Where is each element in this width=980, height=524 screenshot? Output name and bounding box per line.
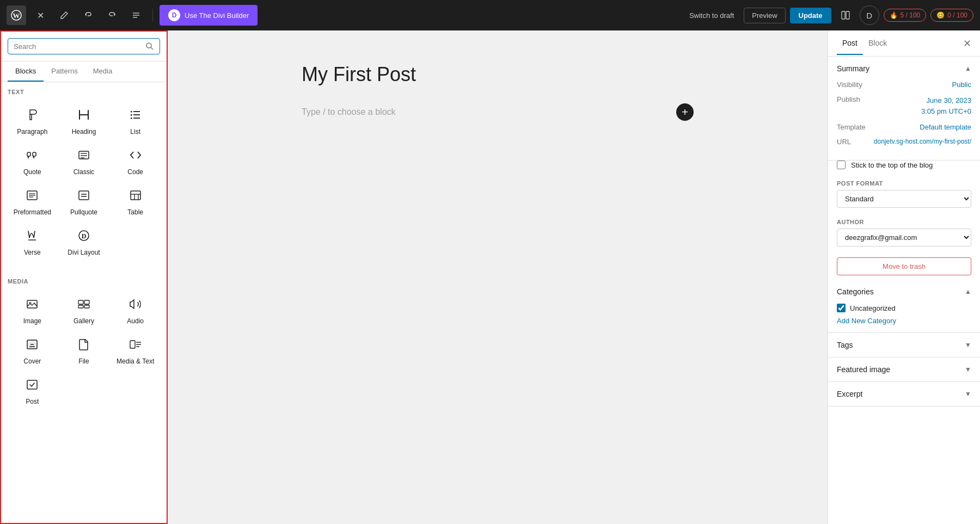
block-code[interactable]: Code <box>111 142 160 180</box>
code-label: Code <box>127 168 143 176</box>
wp-logo: W <box>7 5 26 25</box>
tab-block[interactable]: Block <box>863 32 892 55</box>
summary-title: Summary <box>837 64 869 73</box>
block-table[interactable]: Table <box>111 182 160 220</box>
close-button[interactable]: ✕ <box>30 5 50 25</box>
post-title[interactable]: My First Post <box>302 63 694 86</box>
category-item-uncategorized: Uncategorized <box>837 304 971 312</box>
pullquote-label: Pullquote <box>70 208 97 216</box>
block-classic[interactable]: Classic <box>59 142 109 180</box>
update-button[interactable]: Update <box>790 8 831 23</box>
block-paragraph[interactable]: Paragraph <box>8 102 57 140</box>
block-preformatted[interactable]: Preformatted <box>8 182 57 220</box>
tags-header[interactable]: Tags ▼ <box>828 333 980 357</box>
template-value[interactable]: Default template <box>920 123 971 131</box>
file-label: File <box>78 357 89 365</box>
url-row: URL donjetv.sg-host.com/my-first-post/ <box>837 138 971 146</box>
block-file[interactable]: File <box>59 331 109 369</box>
tab-blocks[interactable]: Blocks <box>8 61 44 82</box>
quote-icon <box>26 149 39 164</box>
tab-post[interactable]: Post <box>837 32 863 55</box>
file-icon <box>77 338 90 353</box>
layout-icon[interactable] <box>836 5 855 25</box>
toolbar-right: Switch to draft Preview Update D 🔥 5 / 1… <box>684 5 973 25</box>
visibility-value[interactable]: Public <box>952 81 971 89</box>
categories-title: Categories <box>837 287 874 296</box>
text-section: TEXT Paragraph Heading <box>1 82 167 272</box>
author-select[interactable]: deezgrafix@gmail.com <box>837 229 971 246</box>
svg-rect-38 <box>84 305 89 308</box>
block-cover[interactable]: Cover <box>8 331 57 369</box>
svg-rect-43 <box>130 341 135 348</box>
categories-header[interactable]: Categories ▲ <box>828 280 980 304</box>
list-label: List <box>130 128 140 135</box>
block-image[interactable]: Image <box>8 291 57 329</box>
tags-section: Tags ▼ <box>828 333 980 357</box>
move-to-trash-button[interactable]: Move to trash <box>837 257 971 275</box>
url-label: URL <box>837 138 851 146</box>
list-view-button[interactable] <box>126 5 146 25</box>
tab-patterns[interactable]: Patterns <box>44 61 85 82</box>
media-section: MEDIA Image Gallery <box>1 272 167 421</box>
block-media-text[interactable]: Media & Text <box>111 331 160 369</box>
add-new-category-link[interactable]: Add New Category <box>837 317 971 325</box>
block-gallery[interactable]: Gallery <box>59 291 109 329</box>
media-text-label: Media & Text <box>117 357 154 365</box>
placeholder-text[interactable]: Type / to choose a block <box>302 107 396 117</box>
post-icon <box>26 378 39 393</box>
switch-to-draft-button[interactable]: Switch to draft <box>684 8 739 23</box>
url-value[interactable]: donjetv.sg-host.com/my-first-post/ <box>874 138 971 145</box>
right-panel: Post Block ✕ Summary ▲ Visibility Public… <box>828 30 980 524</box>
svg-rect-13 <box>131 114 132 116</box>
divi-circle-icon: D <box>168 9 180 21</box>
tags-title: Tags <box>837 341 853 349</box>
readability-score-badge[interactable]: 😊 0 / 100 <box>930 9 973 22</box>
add-block-button[interactable]: + <box>676 103 694 121</box>
audio-icon <box>129 298 142 313</box>
publish-value[interactable]: June 30, 20233:05 pm UTC+0 <box>921 95 971 116</box>
tags-chevron: ▼ <box>965 341 971 349</box>
table-label: Table <box>127 208 143 216</box>
template-label: Template <box>837 123 866 131</box>
tab-media[interactable]: Media <box>85 61 120 82</box>
categories-section: Categories ▲ Uncategorized Add New Categ… <box>828 280 980 333</box>
featured-image-chevron: ▼ <box>965 366 971 373</box>
summary-section: Summary ▲ Visibility Public Publish June… <box>828 57 980 161</box>
block-divi-layout[interactable]: D Divi Layout <box>59 223 109 261</box>
svg-rect-47 <box>27 380 37 389</box>
svg-rect-36 <box>84 300 89 304</box>
svg-rect-23 <box>79 191 89 200</box>
category-checkbox-uncategorized[interactable] <box>837 304 846 312</box>
summary-chevron: ▲ <box>965 65 971 72</box>
block-list[interactable]: List <box>111 102 160 140</box>
redo-button[interactable] <box>102 5 122 25</box>
stick-to-top-row: Stick to the top of the blog <box>828 161 980 169</box>
undo-button[interactable] <box>78 5 98 25</box>
block-audio[interactable]: Audio <box>111 291 160 329</box>
divi-round-icon[interactable]: D <box>860 5 879 25</box>
heading-label: Heading <box>72 128 96 135</box>
excerpt-header[interactable]: Excerpt ▼ <box>828 382 980 406</box>
seo-score-badge[interactable]: 🔥 5 / 100 <box>884 9 927 22</box>
search-box <box>8 38 160 54</box>
search-area <box>1 32 167 61</box>
categories-content: Uncategorized Add New Category <box>828 304 980 332</box>
divi-builder-button[interactable]: D Use The Divi Builder <box>160 5 258 26</box>
pencil-icon[interactable] <box>54 5 74 25</box>
block-post[interactable]: Post <box>8 372 57 410</box>
featured-image-section: Featured image ▼ <box>828 357 980 382</box>
summary-header[interactable]: Summary ▲ <box>828 57 980 81</box>
block-pullquote[interactable]: Pullquote <box>59 182 109 220</box>
block-verse[interactable]: Verse <box>8 223 57 261</box>
svg-text:D: D <box>82 232 87 240</box>
right-panel-close[interactable]: ✕ <box>963 38 971 50</box>
preformatted-label: Preformatted <box>14 208 51 216</box>
preview-button[interactable]: Preview <box>744 8 785 23</box>
featured-image-header[interactable]: Featured image ▼ <box>828 357 980 381</box>
block-quote[interactable]: Quote <box>8 142 57 180</box>
block-heading[interactable]: Heading <box>59 102 109 140</box>
stick-to-top-checkbox[interactable] <box>837 161 846 169</box>
post-format-select[interactable]: Standard Aside Chat Gallery Link Image Q… <box>837 190 971 208</box>
text-blocks-grid: Paragraph Heading List <box>8 102 160 261</box>
search-input[interactable] <box>14 42 141 51</box>
